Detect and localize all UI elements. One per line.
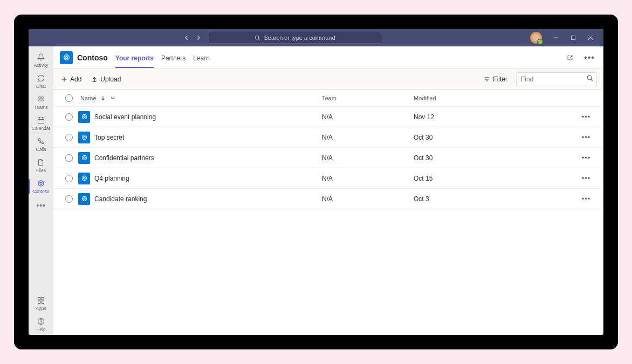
- search-placeholder: Search or type a command: [264, 35, 335, 41]
- tab-partners[interactable]: Partners: [161, 48, 186, 67]
- table-row[interactable]: Social event planning N/A Nov 12 •••: [53, 107, 603, 127]
- rail-item-calls[interactable]: Calls: [29, 134, 53, 155]
- chevron-down-icon[interactable]: [110, 95, 115, 101]
- find-input[interactable]: [516, 72, 597, 86]
- search-icon: [586, 74, 594, 82]
- row-modified: Oct 15: [414, 175, 575, 182]
- column-modified[interactable]: Modified: [414, 95, 575, 101]
- svg-rect-17: [42, 301, 44, 304]
- row-name: Top secret: [94, 134, 124, 141]
- svg-point-37: [82, 196, 86, 201]
- svg-point-7: [42, 97, 44, 99]
- row-checkbox[interactable]: [65, 154, 73, 162]
- svg-point-29: [82, 114, 86, 119]
- row-team: N/A: [322, 113, 414, 121]
- svg-point-34: [83, 157, 85, 159]
- row-checkbox[interactable]: [65, 175, 73, 182]
- bell-icon: [36, 52, 46, 62]
- open-external-button[interactable]: [562, 50, 578, 65]
- svg-point-21: [65, 57, 67, 59]
- upload-button[interactable]: Upload: [90, 73, 122, 85]
- tab-your-reports[interactable]: Your reports: [115, 48, 154, 67]
- filter-button[interactable]: Filter: [483, 73, 509, 85]
- add-label: Add: [70, 75, 81, 83]
- rail-item-teams[interactable]: Teams: [29, 92, 53, 113]
- more-options-button[interactable]: •••: [582, 50, 597, 65]
- row-team: N/A: [322, 175, 414, 182]
- row-name: Confidential partners: [94, 154, 154, 162]
- app-header-icon: [60, 51, 73, 64]
- svg-line-28: [591, 79, 593, 81]
- svg-rect-8: [38, 118, 44, 123]
- rail-more-button[interactable]: •••: [36, 197, 46, 214]
- select-all-checkbox[interactable]: [65, 94, 73, 102]
- column-team[interactable]: Team: [322, 95, 414, 101]
- more-icon: •••: [584, 53, 595, 63]
- nav-back-button[interactable]: [182, 33, 191, 43]
- svg-point-36: [83, 177, 85, 179]
- rail-item-label: Help: [36, 327, 45, 332]
- nav-forward-button[interactable]: [194, 33, 203, 43]
- svg-rect-16: [38, 301, 41, 304]
- tab-learn[interactable]: Learn: [193, 48, 210, 67]
- chat-icon: [36, 73, 46, 83]
- report-file-icon: [78, 173, 90, 184]
- rail-item-calendar[interactable]: Calendar: [29, 113, 53, 134]
- column-name[interactable]: Name: [80, 95, 96, 101]
- global-search-input[interactable]: Search or type a command: [209, 32, 381, 44]
- rail-item-label: Apps: [36, 306, 46, 311]
- svg-rect-15: [42, 298, 44, 300]
- rail-item-apps[interactable]: Apps: [29, 293, 53, 314]
- row-more-button[interactable]: •••: [575, 133, 597, 141]
- rail-item-label: Contoso: [32, 189, 50, 194]
- window-maximize-button[interactable]: [565, 30, 582, 45]
- row-checkbox[interactable]: [65, 195, 73, 203]
- phone-icon: [36, 136, 46, 146]
- svg-point-13: [40, 182, 42, 184]
- row-name: Social event planning: [94, 113, 156, 121]
- row-checkbox[interactable]: [65, 113, 73, 121]
- row-checkbox[interactable]: [65, 134, 73, 141]
- row-more-button[interactable]: •••: [575, 154, 597, 162]
- table-row[interactable]: Candidate ranking N/A Oct 3 •••: [53, 189, 603, 209]
- sort-arrow-down-icon[interactable]: [100, 95, 106, 101]
- row-modified: Nov 12: [414, 113, 575, 121]
- row-team: N/A: [322, 195, 414, 203]
- help-icon: [36, 317, 46, 326]
- svg-line-1: [258, 38, 260, 40]
- window-minimize-button[interactable]: [547, 30, 565, 45]
- rail-item-help[interactable]: Help: [29, 314, 53, 335]
- row-team: N/A: [322, 154, 414, 162]
- svg-point-35: [82, 176, 86, 180]
- table-row[interactable]: Top secret N/A Oct 30 •••: [53, 127, 603, 148]
- rail-item-activity[interactable]: Activity: [29, 50, 53, 71]
- search-icon: [255, 35, 260, 41]
- svg-rect-14: [38, 298, 41, 300]
- svg-point-0: [256, 36, 259, 39]
- add-button[interactable]: Add: [60, 73, 83, 85]
- calendar-icon: [36, 115, 46, 125]
- main-content: Contoso Your reports Partners Learn •••: [53, 46, 603, 335]
- svg-point-19: [41, 323, 42, 324]
- report-file-icon: [78, 152, 90, 164]
- rail-item-contoso[interactable]: Contoso: [29, 176, 53, 197]
- row-more-button[interactable]: •••: [575, 113, 597, 121]
- filter-label: Filter: [493, 75, 507, 83]
- row-more-button[interactable]: •••: [575, 174, 597, 182]
- contoso-app-icon: [36, 178, 46, 188]
- rail-item-files[interactable]: Files: [29, 155, 53, 176]
- table-row[interactable]: Q4 planning N/A Oct 15 •••: [53, 168, 603, 189]
- svg-point-32: [83, 136, 85, 138]
- apps-icon: [36, 296, 46, 305]
- row-name: Candidate ranking: [94, 195, 147, 203]
- table-header: Name Team Modified: [53, 90, 603, 107]
- app-header: Contoso Your reports Partners Learn •••: [53, 46, 603, 69]
- rail-item-label: Files: [36, 168, 46, 173]
- user-avatar[interactable]: [530, 32, 542, 44]
- svg-point-30: [83, 116, 85, 118]
- table-row[interactable]: Confidential partners N/A Oct 30 •••: [53, 148, 603, 168]
- rail-item-chat[interactable]: Chat: [29, 71, 53, 92]
- row-more-button[interactable]: •••: [575, 195, 597, 203]
- report-file-icon: [78, 132, 90, 143]
- window-close-button[interactable]: [582, 30, 599, 45]
